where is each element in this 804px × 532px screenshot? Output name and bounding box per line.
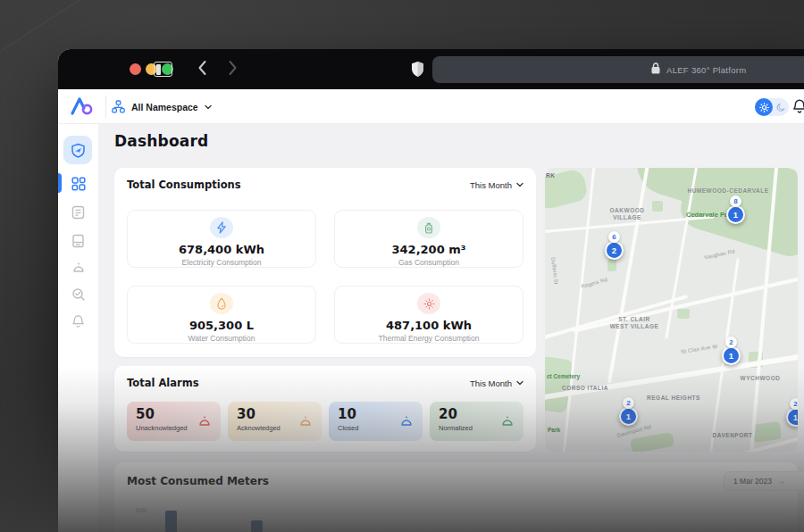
chart-bar <box>251 520 263 532</box>
most-consumed-meters-card: Most Consumed Meters 1 Mar 2023 → 600 <box>114 462 798 532</box>
sidebar-toggle-icon[interactable] <box>154 62 172 77</box>
marker-pin: 1 <box>619 407 638 426</box>
theme-toggle[interactable] <box>755 98 789 116</box>
chevron-down-icon <box>205 104 212 110</box>
alarm-dome-icon <box>298 414 313 431</box>
metric-value: 678,400 kWh <box>179 243 264 256</box>
privacy-shield-icon[interactable] <box>411 61 424 81</box>
metrics-grid: 678,400 kWh Electricity Consumption 342,… <box>127 210 523 344</box>
metric-thermal: 487,100 kWh Thermal Energy Consumption <box>334 286 523 344</box>
park-shape <box>677 309 690 319</box>
gridline <box>152 513 783 514</box>
total-consumptions-card: Total Consumptions This Month 678,400 kW… <box>114 168 536 357</box>
map-area-label: DAVENPORT <box>697 432 768 439</box>
alarm-tile-normalized: 20 Normalized <box>430 402 523 441</box>
date-range-picker[interactable]: 1 Mar 2023 → <box>724 471 804 491</box>
sidebar-item-app[interactable] <box>63 136 92 164</box>
url-text: ALEF 360° Platform <box>666 65 746 75</box>
map-area-label: CORSO ITALIA <box>549 385 622 392</box>
chevron-down-icon <box>516 380 523 386</box>
sidebar-item-devices[interactable] <box>71 233 86 248</box>
alarm-dome-icon <box>399 414 414 431</box>
alarm-dome-icon <box>197 414 212 431</box>
map-marker[interactable]: 2 1 <box>619 397 638 426</box>
alarms-title: Total Alarms <box>127 377 199 389</box>
sidebar-item-meters[interactable] <box>71 204 86 220</box>
map-area-label: REGAL HEIGHTS <box>634 395 713 402</box>
metric-value: 342,200 m³ <box>392 243 466 256</box>
close-window-button[interactable] <box>130 63 141 75</box>
sidebar-active-indicator <box>58 173 62 193</box>
date-start: 1 Mar 2023 <box>733 477 772 486</box>
map-park-label: Park <box>548 427 560 433</box>
sidebar-item-diagnostics[interactable] <box>71 287 86 302</box>
namespace-dropdown[interactable]: All Namespace <box>112 89 212 124</box>
map-road-label: Dufferin St <box>550 257 559 285</box>
metric-gas: 342,200 m³ Gas Consumption <box>334 210 523 268</box>
total-alarms-card: Total Alarms This Month 50 Unacknowledge… <box>114 366 536 452</box>
page-title: Dashboard <box>114 132 208 150</box>
map-area-label: OAKWOOD VILLAGE <box>591 207 663 221</box>
device-icon <box>71 234 85 248</box>
map-marker[interactable]: 8 1 <box>726 195 745 224</box>
marker-pin: 2 <box>605 241 624 260</box>
lightning-icon <box>210 217 233 238</box>
url-content: ALEF 360° Platform <box>651 56 746 83</box>
url-bar[interactable]: ALEF 360° Platform <box>432 56 804 83</box>
sidebar-item-dashboard[interactable] <box>71 176 86 191</box>
chart-bar <box>165 511 177 532</box>
light-mode-icon[interactable] <box>755 98 773 116</box>
consumptions-title: Total Consumptions <box>127 179 241 191</box>
alarm-tile-acknowledged: 30 Acknowledged <box>228 402 322 441</box>
dashboard-grid-icon <box>71 177 86 191</box>
consumptions-period-dropdown[interactable]: This Month <box>470 180 523 190</box>
metric-label: Water Consumption <box>188 334 255 343</box>
water-drop-icon <box>210 293 233 314</box>
app-header: All Namespace <box>58 89 804 124</box>
alarm-tile-closed: 10 Closed <box>329 402 423 441</box>
namespace-tree-icon <box>112 100 125 113</box>
marker-badge: 2 <box>623 397 634 409</box>
back-icon[interactable] <box>197 60 207 79</box>
metric-value: 905,300 L <box>189 319 254 332</box>
forward-icon[interactable] <box>228 60 238 79</box>
map-area-label: HUMEWOOD-CEDARVALE <box>670 187 786 195</box>
notifications-bell-icon[interactable] <box>792 98 804 116</box>
bell-icon <box>71 314 85 328</box>
gas-cylinder-icon <box>417 217 440 238</box>
app-sidebar <box>58 124 98 532</box>
sidebar-item-notifications[interactable] <box>71 313 86 328</box>
desktop-background: ALEF 360° Platform All Namespa <box>0 0 804 532</box>
arrow-right-icon: → <box>777 477 785 486</box>
map-road-label: Rogers Rd <box>581 277 608 289</box>
map-panel[interactable]: RK HUMEWOOD-CEDARVALE OAKWOOD VILLAGE Ce… <box>545 168 798 452</box>
app-body: Dashboard Total Consumptions This Month <box>58 124 804 532</box>
map-road-label: Vaughan Rd <box>704 248 735 260</box>
map-marker[interactable]: 2 1 <box>786 398 798 427</box>
alarm-tile-unacknowledged: 50 Unacknowledged <box>127 402 221 441</box>
meter-document-icon <box>71 205 85 220</box>
search-check-icon <box>71 287 86 302</box>
marker-pin: 1 <box>786 408 798 427</box>
shield-drone-icon <box>71 143 86 158</box>
metric-label: Gas Consumption <box>398 258 459 267</box>
metric-value: 487,100 kWh <box>386 319 472 332</box>
namespace-label: All Namespace <box>131 102 198 112</box>
alarm-tiles: 50 Unacknowledged 30 Acknowledged 10 Clo… <box>127 402 523 441</box>
marker-badge: 6 <box>608 231 620 243</box>
marker-badge: 2 <box>725 337 737 348</box>
marker-badge: 8 <box>730 195 741 207</box>
y-axis-tick: 600 <box>136 506 147 514</box>
map-marker[interactable]: 2 1 <box>722 337 741 365</box>
park-shape <box>607 259 616 271</box>
map-park-label: ct Cemetery <box>547 373 580 379</box>
sidebar-item-alarms[interactable] <box>71 260 86 275</box>
map-marker[interactable]: 6 2 <box>605 231 624 260</box>
alarms-period-label: This Month <box>470 378 512 388</box>
metric-label: Thermal Energy Consumption <box>379 334 480 343</box>
browser-titlebar: ALEF 360° Platform <box>58 49 804 89</box>
map-area-label: RK <box>546 172 555 179</box>
chevron-down-icon <box>516 182 523 187</box>
alarms-period-dropdown[interactable]: This Month <box>470 378 523 388</box>
dark-mode-icon[interactable] <box>773 98 789 116</box>
